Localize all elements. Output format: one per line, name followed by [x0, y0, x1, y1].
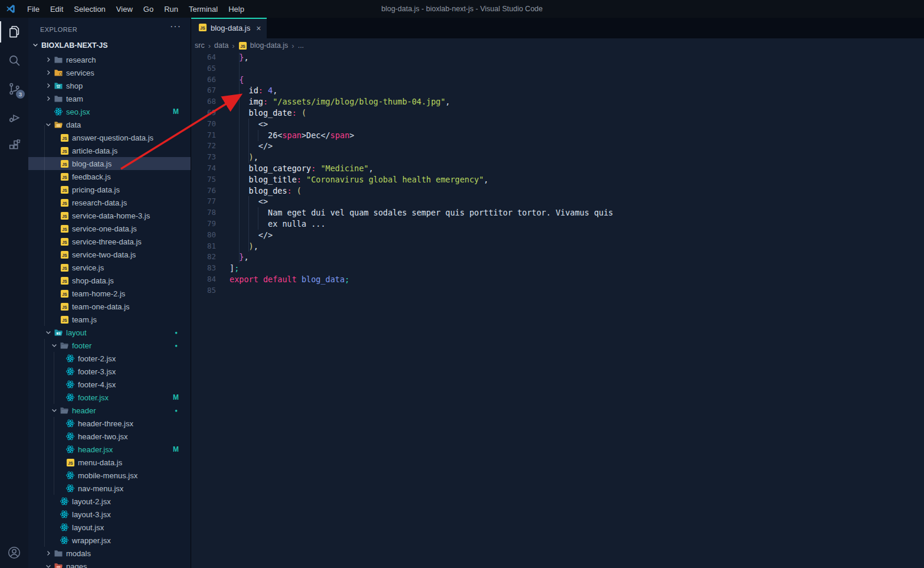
tree-item-service-three-data-js[interactable]: JSservice-three-data.js	[28, 235, 191, 248]
code-line-82[interactable]: 82 },	[191, 252, 924, 263]
code-line-73[interactable]: 73 ),	[191, 152, 924, 163]
activity-search-button[interactable]	[0, 46, 28, 74]
breadcrumb-item-data[interactable]: data	[214, 41, 228, 50]
tree-item-pricing-data-js[interactable]: JSpricing-data.js	[28, 183, 191, 196]
tree-item-footer-jsx[interactable]: footer.jsxM	[28, 391, 191, 404]
project-root-item[interactable]: BIOXLAB-NEXT-JS	[28, 39, 191, 52]
tree-item-wrapper-jsx[interactable]: wrapper.jsx	[28, 534, 191, 547]
code-line-84[interactable]: 84export default blog_data;	[191, 274, 924, 285]
tree-item-seo-jsx[interactable]: seo.jsxM	[28, 105, 191, 118]
code-line-79[interactable]: 79 ex nulla ...	[191, 218, 924, 230]
tree-item-nav-menu-jsx[interactable]: nav-menu.jsx	[28, 482, 191, 495]
tree-item-header[interactable]: header●	[28, 404, 191, 417]
tree-item-data[interactable]: data	[28, 118, 191, 131]
code-line-81[interactable]: 81 ),	[191, 241, 924, 252]
code-editor[interactable]: 64 },6566 {67 id: 4,68 img: "/assets/img…	[191, 52, 924, 568]
tree-item-team[interactable]: team	[28, 92, 191, 105]
tree-item-service-one-data-js[interactable]: JSservice-one-data.js	[28, 222, 191, 235]
line-number: 66	[191, 74, 216, 86]
tree-item-services[interactable]: services	[28, 66, 191, 79]
code-line-80[interactable]: 80 </>	[191, 230, 924, 241]
tree-item-menu-data-js[interactable]: JSmenu-data.js	[28, 456, 191, 469]
tree-item-layout-jsx[interactable]: layout.jsx	[28, 521, 191, 534]
menu-run[interactable]: Run	[159, 0, 184, 18]
code-line-70[interactable]: 70 <>	[191, 119, 924, 130]
code-line-64[interactable]: 64 },	[191, 52, 924, 63]
tree-item-team-js[interactable]: JSteam.js	[28, 313, 191, 326]
code-line-68[interactable]: 68 img: "/assets/img/blog/blog-thumb-04.…	[191, 96, 924, 107]
tree-item-layout[interactable]: layout●	[28, 326, 191, 339]
tree-item-service-data-home-3-js[interactable]: JSservice-data-home-3.js	[28, 209, 191, 222]
menu-edit[interactable]: Edit	[45, 0, 68, 18]
code-line-76[interactable]: 76 blog_des: (	[191, 185, 924, 197]
menu-go[interactable]: Go	[138, 0, 159, 18]
code-line-66[interactable]: 66 {	[191, 74, 924, 86]
chevron-right-icon	[44, 69, 53, 76]
tree-item-service-two-data-js[interactable]: JSservice-two-data.js	[28, 248, 191, 261]
tree-item-layout-2-jsx[interactable]: layout-2.jsx	[28, 495, 191, 508]
tree-item-article-data-js[interactable]: JSarticle-data.js	[28, 144, 191, 157]
tree-item-answer-question-data-js[interactable]: JSanswer-question-data.js	[28, 131, 191, 144]
tree-item-mobile-menus-jsx[interactable]: mobile-menus.jsx	[28, 469, 191, 482]
tree-item-header-three-jsx[interactable]: header-three.jsx	[28, 417, 191, 430]
code-line-77[interactable]: 77 <>	[191, 196, 924, 207]
tree-item-footer-2-jsx[interactable]: footer-2.jsx	[28, 352, 191, 365]
tree-item-footer[interactable]: footer●	[28, 339, 191, 352]
tree-item-label: service-three-data.js	[72, 237, 142, 246]
menu-file[interactable]: File	[22, 0, 45, 18]
activity-account-button[interactable]	[0, 538, 28, 567]
tree-item-blog-data-js[interactable]: JSblog-data.js	[28, 157, 191, 170]
breadcrumb-separator: ›	[208, 41, 211, 50]
code-line-83[interactable]: 83];	[191, 263, 924, 274]
tree-item-service-js[interactable]: JSservice.js	[28, 261, 191, 274]
tree-item-header-jsx[interactable]: header.jsxM	[28, 443, 191, 456]
tree-item-label: team	[66, 94, 83, 103]
menu-terminal[interactable]: Terminal	[184, 0, 223, 18]
tree-item-team-home-2-js[interactable]: JSteam-home-2.js	[28, 287, 191, 300]
code-line-72[interactable]: 72 </>	[191, 141, 924, 152]
tree-item-label: feedback.js	[72, 172, 111, 181]
code-line-65[interactable]: 65	[191, 63, 924, 74]
activity-bar: 3	[0, 18, 28, 568]
git-modified-badge: M	[173, 393, 179, 401]
react-icon	[65, 367, 76, 376]
react-icon	[65, 471, 76, 480]
code-line-75[interactable]: 75 blog_title: "Coronavirus global healt…	[191, 174, 924, 185]
activity-explorer-button[interactable]	[0, 18, 28, 46]
tree-item-layout-3-jsx[interactable]: layout-3.jsx	[28, 508, 191, 521]
code-line-69[interactable]: 69 blog_date: (	[191, 107, 924, 119]
menu-view[interactable]: View	[111, 0, 138, 18]
tab-label: blog-data.js	[211, 24, 250, 32]
folder-open-icon	[59, 341, 70, 350]
code-line-85[interactable]: 85	[191, 285, 924, 296]
tree-item-label: header-three.jsx	[78, 419, 133, 428]
tree-item-footer-4-jsx[interactable]: footer-4.jsx	[28, 378, 191, 391]
code-line-74[interactable]: 74 blog_category: "Medicine",	[191, 163, 924, 174]
tree-item-research[interactable]: research	[28, 53, 191, 66]
tab-blog-data-js[interactable]: JS blog-data.js ×	[191, 18, 267, 38]
tree-item-feedback-js[interactable]: JSfeedback.js	[28, 170, 191, 183]
code-line-78[interactable]: 78 Nam eget dui vel quam sodales semper …	[191, 207, 924, 218]
explorer-more-actions-button[interactable]: ···	[170, 21, 181, 32]
chevron-right-icon	[44, 82, 53, 89]
menu-selection[interactable]: Selection	[68, 0, 110, 18]
breadcrumb-item-src[interactable]: src	[195, 41, 205, 50]
tree-item-research-data-js[interactable]: JSresearch-data.js	[28, 196, 191, 209]
breadcrumb-item--[interactable]: ...	[298, 41, 304, 50]
tree-item-shop-data-js[interactable]: JSshop-data.js	[28, 274, 191, 287]
tab-close-icon[interactable]: ×	[256, 24, 261, 33]
tree-item-header-two-jsx[interactable]: header-two.jsx	[28, 430, 191, 443]
activity-run-debug-button[interactable]	[0, 103, 28, 131]
code-line-67[interactable]: 67 id: 4,	[191, 85, 924, 96]
tree-item-team-one-data-js[interactable]: JSteam-one-data.js	[28, 300, 191, 313]
tree-item-footer-3-jsx[interactable]: footer-3.jsx	[28, 365, 191, 378]
breadcrumb-item-blog-data-js[interactable]: JSblog-data.js	[238, 41, 289, 50]
code-line-71[interactable]: 71 26<span>Dec</span>	[191, 130, 924, 141]
tree-item-modals[interactable]: modals	[28, 547, 191, 560]
menu-help[interactable]: Help	[223, 0, 250, 18]
tree-item-pages[interactable]: pages	[28, 560, 191, 568]
activity-extensions-button[interactable]	[0, 131, 28, 159]
activity-source-control-button[interactable]: 3	[0, 74, 28, 103]
folder-open-pages-icon	[53, 562, 64, 568]
tree-item-shop[interactable]: shop	[28, 79, 191, 92]
